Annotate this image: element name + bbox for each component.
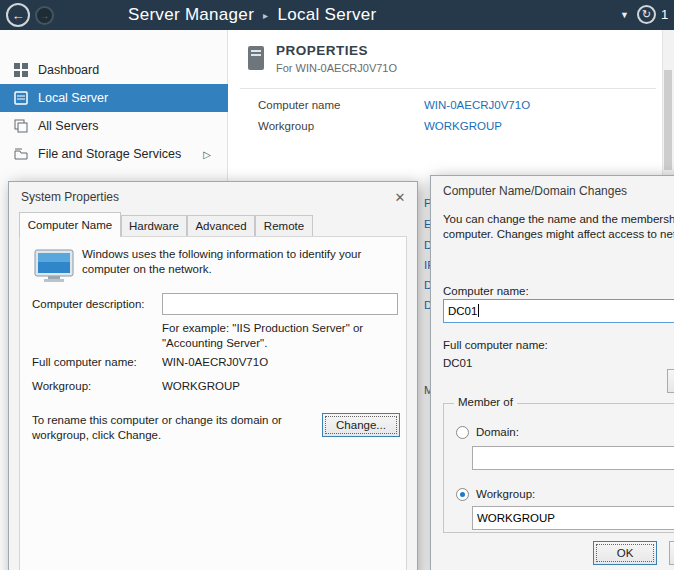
close-icon[interactable]: ✕ xyxy=(389,187,411,207)
server-icon xyxy=(14,91,28,105)
workgroup-label: Workgroup: xyxy=(32,379,91,394)
full-computer-name-label: Full computer name: xyxy=(32,355,137,370)
computer-name-tab-page: Windows uses the following information t… xyxy=(19,236,407,570)
domain-input[interactable] xyxy=(472,446,674,470)
sidebar-item-label: All Servers xyxy=(38,119,98,133)
sidebar-item-local-server[interactable]: Local Server xyxy=(0,84,228,112)
servers-icon xyxy=(14,119,28,133)
sidebar-item-label: File and Storage Services xyxy=(38,147,181,161)
rename-hint-line1: To rename this computer or change its do… xyxy=(32,413,282,428)
name-domain-changes-dialog: Computer Name/Domain Changes You can cha… xyxy=(430,175,674,570)
breadcrumb-current[interactable]: Local Server xyxy=(277,5,376,25)
workgroup-value: WORKGROUP xyxy=(162,379,240,394)
dashboard-icon xyxy=(14,63,28,77)
system-properties-dialog: System Properties ✕ Computer Name Hardwa… xyxy=(8,181,418,570)
sidebar-item-all-servers[interactable]: All Servers xyxy=(0,112,228,140)
properties-heading: PROPERTIES xyxy=(276,43,368,58)
notification-count[interactable]: 1 xyxy=(661,7,668,22)
description-example-line2: "Accounting Server". xyxy=(162,336,267,351)
description-example-line1: For example: "IIS Production Server" or xyxy=(162,321,363,336)
properties-divider xyxy=(240,88,656,89)
computer-name-label: Computer name: xyxy=(443,284,529,299)
properties-subheading: For WIN-0AECRJ0V71O xyxy=(276,62,397,74)
scrollbar-thumb[interactable] xyxy=(664,70,672,170)
breadcrumb: Server Manager ▸ Local Server xyxy=(128,0,376,30)
sidebar-item-label: Dashboard xyxy=(38,63,99,77)
full-computer-name-value: DC01 xyxy=(443,356,472,371)
property-label: Computer name xyxy=(258,99,340,111)
computer-name-input[interactable]: DC01 xyxy=(443,299,674,323)
tab-hardware[interactable]: Hardware xyxy=(121,215,187,237)
tab-intro-text: Windows uses the following information t… xyxy=(82,247,396,277)
refresh-icon[interactable]: ↻ xyxy=(637,5,656,24)
workgroup-link[interactable]: WORKGROUP xyxy=(424,120,502,132)
dialog-title: System Properties xyxy=(21,190,119,204)
monitor-icon xyxy=(34,249,74,287)
domain-radio[interactable] xyxy=(456,426,469,439)
ok-button[interactable]: OK xyxy=(593,541,657,565)
domain-radio-label: Domain: xyxy=(476,425,519,440)
rename-hint-line2: workgroup, click Change. xyxy=(32,428,161,443)
sidebar-item-dashboard[interactable]: Dashboard xyxy=(0,56,228,84)
sidebar-item-label: Local Server xyxy=(38,91,108,105)
member-of-group: Member of Domain: Workgroup: WORKGROUP xyxy=(443,403,674,533)
more-button-clipped[interactable] xyxy=(667,369,674,393)
full-computer-name-label: Full computer name: xyxy=(443,338,548,353)
property-label: Workgroup xyxy=(258,120,314,132)
computer-name-link[interactable]: WIN-0AECRJ0V71O xyxy=(424,99,530,111)
change-button[interactable]: Change... xyxy=(322,413,400,437)
tab-computer-name[interactable]: Computer Name xyxy=(19,212,121,237)
server-manager-window: ← → Server Manager ▸ Local Server ▼ ↻ 1 … xyxy=(0,0,674,570)
text-cursor xyxy=(478,304,479,317)
sidebar-item-file-storage-services[interactable]: File and Storage Services ▷ xyxy=(0,140,228,168)
computer-description-input[interactable] xyxy=(162,293,398,315)
full-computer-name-value: WIN-0AECRJ0V71O xyxy=(162,355,268,370)
workgroup-input[interactable]: WORKGROUP xyxy=(472,506,674,530)
tab-advanced[interactable]: Advanced xyxy=(187,215,255,237)
workgroup-radio[interactable] xyxy=(456,488,469,501)
chevron-down-icon[interactable]: ▼ xyxy=(620,10,629,20)
file-storage-icon xyxy=(14,147,28,161)
properties-tile-icon xyxy=(247,45,265,75)
dialog-intro-line2: computer. Changes might affect access to… xyxy=(443,227,674,242)
dialog-intro-line1: You can change the name and the membersh… xyxy=(443,212,674,227)
breadcrumb-separator-icon: ▸ xyxy=(263,10,268,21)
dialog-title: Computer Name/Domain Changes xyxy=(443,184,627,198)
tab-remote[interactable]: Remote xyxy=(255,215,313,237)
forward-button[interactable]: → xyxy=(35,6,54,25)
workgroup-radio-label: Workgroup: xyxy=(476,487,535,502)
computer-description-label: Computer description: xyxy=(32,297,145,312)
breadcrumb-root[interactable]: Server Manager xyxy=(128,5,254,25)
title-bar: ← → Server Manager ▸ Local Server ▼ ↻ 1 xyxy=(0,0,674,30)
cancel-button-clipped[interactable] xyxy=(669,541,674,565)
back-button[interactable]: ← xyxy=(6,3,30,27)
member-of-label: Member of xyxy=(454,396,517,408)
expand-arrow-icon[interactable]: ▷ xyxy=(203,149,211,160)
